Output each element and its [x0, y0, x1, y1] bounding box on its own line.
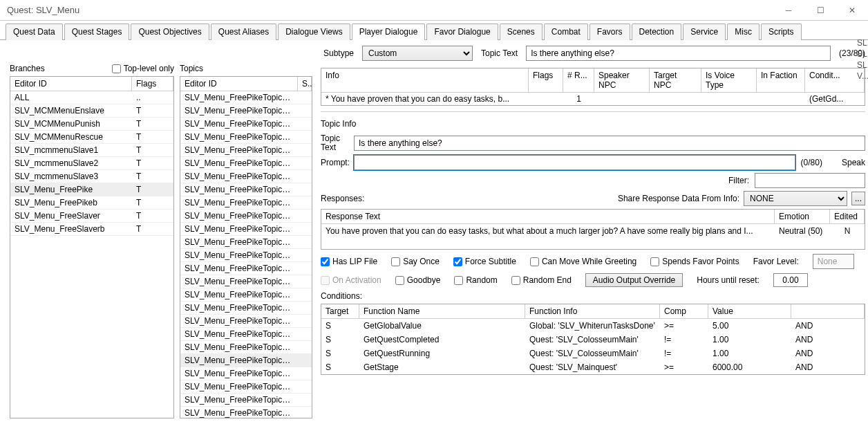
- audio-output-button[interactable]: Audio Output Override: [585, 273, 683, 287]
- info-row[interactable]: * You have proven that you can do easy t…: [321, 93, 865, 105]
- topic-row[interactable]: SLV_Menu_FreePikeTopic63 (Cus...: [180, 394, 312, 407]
- col-topic-editor-id[interactable]: Editor ID: [180, 77, 298, 91]
- tab-favors[interactable]: Favors: [589, 24, 630, 40]
- col-cond-fi[interactable]: Function Info: [525, 304, 660, 318]
- say-once-check[interactable]: Say Once: [391, 257, 440, 266]
- branches-list[interactable]: Editor ID Flags ALL..SLV_MCMMenuEnslaveT…: [10, 76, 174, 418]
- col-cond-fn[interactable]: Function Name: [359, 304, 525, 318]
- col-info[interactable]: Info: [321, 68, 529, 92]
- force-subtitle-check[interactable]: Force Subtitle: [453, 257, 516, 266]
- toplevel-only-check[interactable]: Top-level only: [112, 64, 174, 73]
- topic-row[interactable]: SLV_Menu_FreePikeTopic03d (Cus...: [180, 157, 312, 170]
- has-lip-check[interactable]: Has LIP File: [321, 257, 377, 266]
- tab-quest-objectives[interactable]: Quest Objectives: [131, 24, 209, 40]
- branch-row[interactable]: SLV_Menu_FreeSlaverT: [10, 210, 173, 223]
- topic-row[interactable]: SLV_Menu_FreePikeTopic62 (Cus...: [180, 380, 312, 394]
- topic-row[interactable]: SLV_Menu_FreePikeTopic52 (Cus...: [180, 328, 312, 341]
- tab-scripts[interactable]: Scripts: [761, 24, 802, 40]
- condition-row[interactable]: SGetStageQuest: 'SLV_Mainquest'>=6000.00…: [321, 360, 865, 374]
- responses-table[interactable]: Response Text Emotion Edited You have pr…: [321, 209, 865, 250]
- topic-row[interactable]: SLV_Menu_FreePikeTopic50 (Cus...: [180, 302, 312, 315]
- tab-misc[interactable]: Misc: [727, 24, 760, 40]
- topic-row[interactable]: SLV_Menu_FreePikeTopic02d (Cus...: [180, 91, 312, 104]
- topic-row[interactable]: SLV_Menu_FreePikeTopic04d (Cus...: [180, 223, 312, 236]
- favor-points-check[interactable]: Spends Favor Points: [650, 257, 739, 266]
- ti-topic-text-input[interactable]: [354, 136, 865, 151]
- topic-row[interactable]: SLV_Menu_FreePikeTopic03c (Cus...: [180, 144, 312, 157]
- tab-dialogue-views[interactable]: Dialogue Views: [278, 24, 350, 40]
- col-cond-comp[interactable]: Comp: [660, 304, 708, 318]
- condition-row[interactable]: SGetGlobalValueGlobal: 'SLV_WhiterunTask…: [321, 319, 865, 333]
- branch-row[interactable]: SLV_mcmmenuSlave3T: [10, 170, 173, 183]
- topic-row[interactable]: SLV_Menu_FreePikeTopic04c (Cus...: [180, 210, 312, 223]
- topic-row[interactable]: SLV_Menu_FreePikeTopic51 (Cus...: [180, 315, 312, 328]
- random-check[interactable]: Random: [454, 275, 497, 285]
- col-topic-s[interactable]: S...: [298, 77, 312, 91]
- condition-row[interactable]: SGetQuestCompletedQuest: 'SLV_ColosseumM…: [321, 333, 865, 347]
- toplevel-checkbox[interactable]: [112, 64, 121, 73]
- prompt-input[interactable]: [354, 155, 795, 170]
- col-cond-target[interactable]: Target: [321, 304, 359, 318]
- col-resp-text[interactable]: Response Text: [321, 210, 775, 223]
- branch-row[interactable]: SLV_mcmmenuSlave1T: [10, 144, 173, 157]
- topic-text-input[interactable]: [526, 46, 831, 61]
- branch-row[interactable]: ALL..: [10, 91, 173, 104]
- topics-list[interactable]: Editor ID S... SLV_Menu_FreePikeTopic02d…: [180, 76, 312, 418]
- topic-info-table[interactable]: Info Flags # R... Speaker NPC Target NPC…: [321, 68, 865, 106]
- close-button[interactable]: ✕: [836, 0, 868, 21]
- tab-quest-aliases[interactable]: Quest Aliases: [211, 24, 276, 40]
- topic-row[interactable]: SLV_Menu_FreePikeTopic03e (Cus...: [180, 170, 312, 183]
- share-combo[interactable]: NONE: [744, 191, 847, 206]
- maximize-button[interactable]: ☐: [804, 0, 836, 21]
- col-cond-val[interactable]: Value: [708, 304, 791, 318]
- can-move-check[interactable]: Can Move While Greeting: [530, 257, 636, 266]
- col-cond-and[interactable]: [791, 304, 865, 318]
- branch-row[interactable]: SLV_MCMMenuEnslaveT: [10, 104, 173, 118]
- branch-row[interactable]: SLV_mcmmenuSlave2T: [10, 157, 173, 170]
- topic-row[interactable]: SLV_Menu_FreePikeTopic09Chea...: [180, 249, 312, 262]
- more-button[interactable]: ...: [851, 192, 865, 205]
- tab-combat[interactable]: Combat: [544, 24, 588, 40]
- topic-row[interactable]: SLV_Menu_FreePikeTopic03b (Cus...: [180, 131, 312, 144]
- branch-row[interactable]: SLV_MCMMenuRescueT: [10, 131, 173, 144]
- topic-row[interactable]: SLV_Menu_FreePikeTopic02e (Cus...: [180, 104, 312, 118]
- topic-row[interactable]: SLV_Menu_FreePikeTopic12 (Cus...: [180, 288, 312, 302]
- topic-row[interactable]: SLV_Menu_FreePikeTopic60 (Cus...: [180, 354, 312, 367]
- tab-quest-data[interactable]: Quest Data: [6, 24, 63, 40]
- col-r[interactable]: # R...: [563, 68, 594, 92]
- tab-favor-dialogue[interactable]: Favor Dialogue: [426, 24, 498, 40]
- branch-row[interactable]: SLV_MCMMenuPunishT: [10, 118, 173, 131]
- conditions-table[interactable]: Target Function Name Function Info Comp …: [321, 304, 865, 375]
- tab-detection[interactable]: Detection: [632, 24, 682, 40]
- tab-service[interactable]: Service: [683, 24, 726, 40]
- random-end-check[interactable]: Random End: [511, 275, 572, 285]
- filter-input[interactable]: [755, 173, 865, 188]
- response-row[interactable]: You have proven that you can do easy tas…: [321, 224, 865, 238]
- goodbye-check[interactable]: Goodbye: [395, 275, 441, 285]
- col-cond[interactable]: Condit...: [805, 68, 865, 92]
- tab-quest-stages[interactable]: Quest Stages: [64, 24, 130, 40]
- tab-scenes[interactable]: Scenes: [500, 24, 542, 40]
- topic-row[interactable]: SLV_Menu_FreePikeTopic11 (Cus...: [180, 275, 312, 288]
- topic-row[interactable]: SLV_Menu_FreePikeTopic03 (Cus...: [180, 118, 312, 131]
- topic-row[interactable]: SLV_Menu_FreePikeTopic64 (Cus...: [180, 407, 312, 418]
- hours-input[interactable]: [773, 273, 808, 287]
- tab-player-dialogue[interactable]: Player Dialogue: [352, 24, 426, 40]
- topic-row[interactable]: SLV_Menu_FreePikeTopic04b (Cus...: [180, 196, 312, 210]
- topic-row[interactable]: SLV_Menu_FreePikeTopic53 (Cus...: [180, 341, 312, 354]
- col-faction[interactable]: In Faction: [757, 68, 805, 92]
- topic-row[interactable]: SLV_Menu_FreePikeTopic04 (Cus...: [180, 183, 312, 196]
- topic-row[interactable]: SLV_Menu_FreePikeTopic61 (Cus...: [180, 367, 312, 380]
- col-flags[interactable]: Flags: [132, 77, 173, 91]
- topic-row[interactable]: SLV_Menu_FreePikeTopic04e (Cus...: [180, 236, 312, 249]
- topic-row[interactable]: SLV_Menu_FreePikeTopic10 (Cus...: [180, 262, 312, 275]
- col-voice[interactable]: Is Voice Type: [701, 68, 757, 92]
- branch-row[interactable]: SLV_Menu_FreePikebT: [10, 196, 173, 210]
- branch-row[interactable]: SLV_Menu_FreeSlaverbT: [10, 223, 173, 236]
- col-editor-id[interactable]: Editor ID: [10, 77, 132, 91]
- condition-row[interactable]: SGetQuestRunningQuest: 'SLV_ColosseumMai…: [321, 347, 865, 360]
- col-flags2[interactable]: Flags: [529, 68, 563, 92]
- col-speaker[interactable]: Speaker NPC: [594, 68, 650, 92]
- col-edited[interactable]: Edited: [830, 210, 865, 223]
- subtype-combo[interactable]: Custom: [362, 46, 473, 61]
